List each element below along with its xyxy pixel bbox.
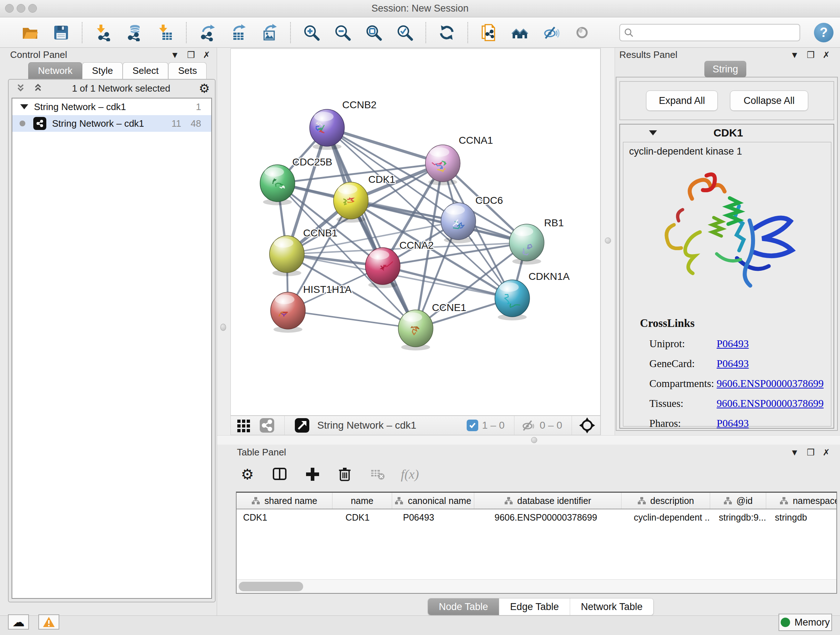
network-collection-row[interactable]: String Network – cdk1 1 — [12, 98, 211, 115]
search-box[interactable] — [619, 24, 800, 41]
zoom-fit-icon[interactable] — [364, 23, 383, 42]
export-table-icon[interactable] — [229, 23, 248, 42]
zoom-in-icon[interactable] — [302, 23, 321, 42]
birdseye-view-icon[interactable] — [578, 416, 597, 435]
splitter-handle[interactable] — [605, 238, 611, 244]
float-panel-icon[interactable]: ❒ — [807, 448, 815, 457]
refresh-icon[interactable] — [437, 23, 456, 42]
float-panel-icon[interactable]: ❒ — [187, 51, 195, 59]
tab-edge-table[interactable]: Edge Table — [499, 599, 570, 615]
column-header[interactable]: description — [622, 493, 710, 509]
crosslink-label: GeneCard: — [649, 358, 695, 369]
show-all-eye-icon[interactable] — [573, 23, 592, 42]
share-document-icon[interactable] — [479, 23, 498, 42]
close-panel-icon[interactable]: ✗ — [823, 51, 830, 59]
control-panel-title: Control Panel — [10, 49, 67, 60]
crosslinks-title: CrossLinks — [640, 317, 695, 330]
import-network-database-icon[interactable] — [125, 23, 144, 42]
expand-all-networks-icon[interactable] — [33, 83, 43, 94]
first-neighbors-icon[interactable] — [510, 23, 529, 42]
network-row[interactable]: String Network – cdk1 11 48 — [12, 115, 211, 132]
function-builder-icon[interactable]: f(x) — [401, 467, 419, 482]
memory-button[interactable]: Memory — [778, 614, 832, 631]
table-header-row: shared name name canonical name database… — [237, 493, 836, 509]
column-header[interactable]: @id — [710, 493, 766, 509]
crosslink-row: GeneCard: P06493 — [649, 358, 823, 370]
column-header[interactable]: shared name — [237, 493, 332, 509]
toolbar-separator — [514, 416, 515, 435]
cell-description: cyclin-dependent ... — [622, 512, 710, 523]
column-header[interactable]: namespace — [766, 493, 837, 509]
warnings-button[interactable] — [38, 614, 59, 630]
cloud-button[interactable]: ☁ — [8, 614, 29, 630]
open-external-icon[interactable] — [293, 416, 311, 435]
export-network-icon[interactable] — [198, 23, 217, 42]
scrollbar-thumb[interactable] — [239, 582, 303, 591]
crosslink-row: Compartments: 9606.ENSP00000378699 — [649, 378, 823, 390]
crosslink-link[interactable]: P06493 — [717, 417, 749, 429]
splitter-handle[interactable] — [220, 324, 226, 331]
table-row[interactable]: CDK1 CDK1 P06493 9606.ENSP00000378699 cy… — [237, 509, 836, 525]
float-panel-icon[interactable]: ❒ — [807, 51, 815, 59]
collapse-all-networks-icon[interactable] — [15, 83, 26, 94]
network-options-gear-icon[interactable]: ⚙ — [199, 82, 210, 95]
network-graph[interactable]: CCNB2CCNA1CDC25BCDK1CDC6RB1CCNB1CCNA2CDK… — [231, 49, 600, 415]
expand-all-button[interactable]: Expand All — [646, 90, 718, 111]
network-view-canvas[interactable]: CCNB2CCNA1CDC25BCDK1CDC6RB1CCNB1CCNA2CDK… — [231, 49, 600, 416]
collapse-triangle-icon[interactable] — [649, 130, 657, 135]
collapse-triangle-icon[interactable] — [20, 104, 28, 109]
create-column-icon[interactable] — [303, 465, 322, 484]
collection-count: 1 — [196, 101, 201, 112]
tab-style[interactable]: Style — [82, 62, 123, 79]
crosslink-link[interactable]: 9606.ENSP00000378699 — [717, 397, 824, 409]
save-session-icon[interactable] — [52, 23, 71, 42]
column-header[interactable]: database identifier — [474, 493, 622, 509]
collapse-all-button[interactable]: Collapse All — [730, 90, 808, 111]
zoom-out-icon[interactable] — [333, 23, 352, 42]
crosslink-link[interactable]: P06493 — [717, 338, 749, 350]
horizontal-scrollbar[interactable] — [237, 579, 836, 593]
table-options-gear-icon[interactable]: ⚙ — [238, 465, 257, 484]
import-network-file-icon[interactable] — [94, 23, 112, 42]
import-table-file-icon[interactable] — [156, 23, 175, 42]
show-columns-icon[interactable] — [271, 465, 289, 484]
help-button[interactable]: ? — [814, 23, 834, 42]
close-panel-icon[interactable]: ✗ — [823, 448, 830, 457]
zoom-selected-icon[interactable] — [395, 23, 414, 42]
crosslink-link[interactable]: 9606.ENSP00000378699 — [717, 378, 824, 390]
hide-selected-eye-icon[interactable] — [542, 23, 561, 42]
tab-sets[interactable]: Sets — [168, 62, 207, 79]
network-view-toolbar: String Network – cdk1 1 – 0 0 – 0 — [231, 416, 600, 435]
network-share-view-icon[interactable] — [257, 416, 276, 435]
left-splitter[interactable] — [217, 48, 231, 435]
panel-menu-icon[interactable]: ▼ — [790, 51, 799, 59]
close-panel-icon[interactable]: ✗ — [203, 51, 210, 59]
search-input[interactable] — [634, 27, 786, 38]
tab-select[interactable]: Select — [123, 62, 168, 79]
export-image-icon[interactable] — [260, 23, 279, 42]
column-header[interactable]: canonical name — [392, 493, 474, 509]
tab-network[interactable]: Network — [28, 62, 82, 79]
panel-menu-icon[interactable]: ▼ — [790, 448, 799, 457]
splitter-handle[interactable] — [531, 437, 537, 443]
tab-node-table[interactable]: Node Table — [428, 599, 499, 615]
hidden-node-edge-counts: 0 – 0 — [540, 420, 562, 431]
right-splitter[interactable] — [600, 48, 615, 435]
panel-menu-icon[interactable]: ▼ — [171, 51, 180, 59]
crosslink-link[interactable]: P06493 — [717, 358, 749, 370]
open-session-icon[interactable] — [21, 23, 39, 42]
delete-column-icon[interactable] — [336, 465, 355, 484]
selected-nodes-checkbox-icon[interactable] — [467, 420, 478, 431]
horizontal-splitter[interactable] — [217, 435, 840, 445]
crosslink-row: Uniprot: P06493 — [649, 338, 823, 350]
grid-view-icon[interactable] — [234, 416, 253, 435]
gene-section-header[interactable]: CDK1 — [620, 125, 834, 141]
tab-network-table[interactable]: Network Table — [570, 599, 654, 615]
tab-string[interactable]: String — [704, 61, 746, 78]
clear-table-icon[interactable] — [368, 465, 387, 484]
column-label: namespace — [793, 496, 837, 506]
node-table[interactable]: shared name name canonical name database… — [236, 492, 837, 594]
network-column-icon — [395, 496, 403, 505]
column-header[interactable]: name — [332, 493, 392, 509]
toolbar-separator — [425, 22, 426, 43]
